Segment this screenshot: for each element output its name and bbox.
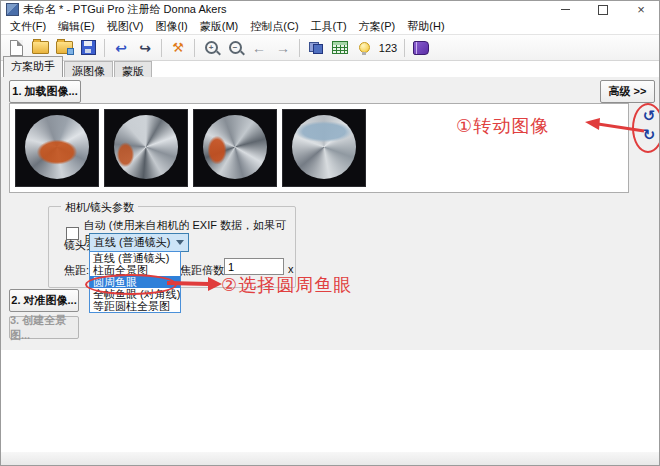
fisheye-photo [114, 115, 178, 179]
ptgui-window: 未命名 * - PTGui Pro 注册给 Donna Akers × 文件(F… [0, 0, 660, 466]
menu-controlpoints[interactable]: 控制点(C) [244, 18, 304, 35]
menu-image[interactable]: 图像(I) [149, 18, 193, 35]
annotation-select-fisheye: ②选择圆周鱼眼 [221, 273, 352, 297]
menu-help[interactable]: 帮助(H) [401, 18, 450, 35]
tab-source-images[interactable]: 源图像 [64, 61, 113, 77]
toolbar-separator [104, 39, 105, 57]
arrow-left-icon: ← [252, 41, 266, 55]
tools-icon: ⚒ [172, 40, 184, 55]
save-icon [81, 40, 96, 55]
option-rectilinear[interactable]: 直线 (普通镜头) [90, 252, 180, 264]
next-image-button[interactable]: → [272, 37, 294, 58]
numbers-button[interactable]: 123 [377, 37, 399, 58]
lens-type-combobox[interactable]: 直线 (普通镜头) [89, 233, 189, 252]
zoom-out-icon: − [229, 41, 242, 54]
redo-button[interactable]: ↪ [134, 37, 156, 58]
red-arrow-to-rotate [584, 117, 646, 137]
arrow-right-icon: → [276, 41, 290, 55]
toolbar-separator [194, 39, 195, 57]
menu-bar: 文件(F) 编辑(E) 视图(V) 图像(I) 蒙版(M) 控制点(C) 工具(… [1, 18, 659, 34]
previous-image-button[interactable]: ← [248, 37, 270, 58]
project-assistant-pane: 1. 加载图像... 高级 >> ↺ ↻ 相机/镜头参数 自动 (使用来自相机的… [1, 77, 659, 350]
tools-button[interactable]: ⚒ [167, 37, 189, 58]
numbers-icon: 123 [379, 42, 397, 54]
lens-type-value: 直线 (普通镜头) [94, 235, 170, 250]
open-template-button[interactable] [53, 37, 75, 58]
maximize-button[interactable] [597, 4, 609, 16]
help-button[interactable] [410, 37, 432, 58]
app-icon [6, 3, 19, 16]
client-area: 1. 加载图像... 高级 >> ↺ ↻ 相机/镜头参数 自动 (使用来自相机的… [1, 77, 659, 466]
fisheye-image-2[interactable] [104, 109, 188, 187]
align-images-button[interactable]: 2. 对准图像... [9, 289, 79, 312]
help-book-icon [413, 41, 429, 55]
undo-icon: ↩ [115, 41, 127, 55]
focal-length-label: 焦距: [64, 263, 89, 278]
tab-bar: 方案助手 源图像 蒙版 [1, 61, 659, 77]
red-circle-fisheye-option [85, 274, 177, 295]
optimizer-button[interactable] [353, 37, 375, 58]
open-folder-icon [32, 41, 49, 54]
tab-project-assistant[interactable]: 方案助手 [3, 56, 63, 77]
menu-mask[interactable]: 蒙版(M) [194, 18, 245, 35]
option-equirectangular[interactable]: 等距圆柱全景图 [90, 300, 180, 312]
fisheye-photo [25, 115, 89, 179]
open-project-button[interactable] [29, 37, 51, 58]
images-icon [309, 42, 323, 54]
window-title: 未命名 * - PTGui Pro 注册给 Donna Akers [23, 2, 227, 17]
tab-mask[interactable]: 蒙版 [114, 61, 152, 77]
lightbulb-icon [359, 42, 370, 53]
table-view-button[interactable] [329, 37, 351, 58]
title-bar: 未命名 * - PTGui Pro 注册给 Donna Akers × [1, 1, 659, 18]
load-images-button[interactable]: 1. 加载图像... [9, 80, 81, 103]
fisheye-image-4[interactable] [282, 109, 366, 187]
folder-template-icon [56, 41, 73, 54]
fisheye-image-1[interactable] [15, 109, 99, 187]
groupbox-title: 相机/镜头参数 [61, 200, 138, 215]
new-file-icon [10, 40, 23, 56]
image-parameters-button[interactable] [305, 37, 327, 58]
menu-edit[interactable]: 编辑(E) [52, 18, 101, 35]
fisheye-image-3[interactable] [193, 109, 277, 187]
toolbar: ↩ ↪ ⚒ + − ← → 123 [1, 34, 659, 61]
save-button[interactable] [77, 37, 99, 58]
toolbar-separator [299, 39, 300, 57]
zoom-out-button[interactable]: − [224, 37, 246, 58]
fisheye-photo [292, 115, 356, 179]
zoom-in-button[interactable]: + [200, 37, 222, 58]
create-panorama-button: 3. 创建全景图... [9, 316, 79, 339]
menu-view[interactable]: 视图(V) [101, 18, 150, 35]
fisheye-photo [203, 115, 267, 179]
advanced-button[interactable]: 高级 >> [600, 80, 655, 103]
new-project-button[interactable] [5, 37, 27, 58]
close-button[interactable]: × [635, 4, 647, 16]
window-controls: × [559, 1, 653, 18]
toolbar-separator [161, 39, 162, 57]
red-arrow-to-option [167, 275, 223, 293]
menu-project[interactable]: 方案(P) [353, 18, 402, 35]
table-icon [332, 41, 348, 54]
menu-tools[interactable]: 工具(T) [305, 18, 353, 35]
toolbar-separator [404, 39, 405, 57]
annotation-rotate-image: ①转动图像 [456, 114, 549, 138]
minimize-button[interactable] [559, 4, 571, 16]
window-bottom-strip [1, 452, 659, 466]
zoom-in-icon: + [205, 41, 218, 54]
menu-file[interactable]: 文件(F) [4, 18, 52, 35]
redo-icon: ↪ [139, 41, 151, 55]
chevron-down-icon [176, 240, 184, 245]
undo-button[interactable]: ↩ [110, 37, 132, 58]
